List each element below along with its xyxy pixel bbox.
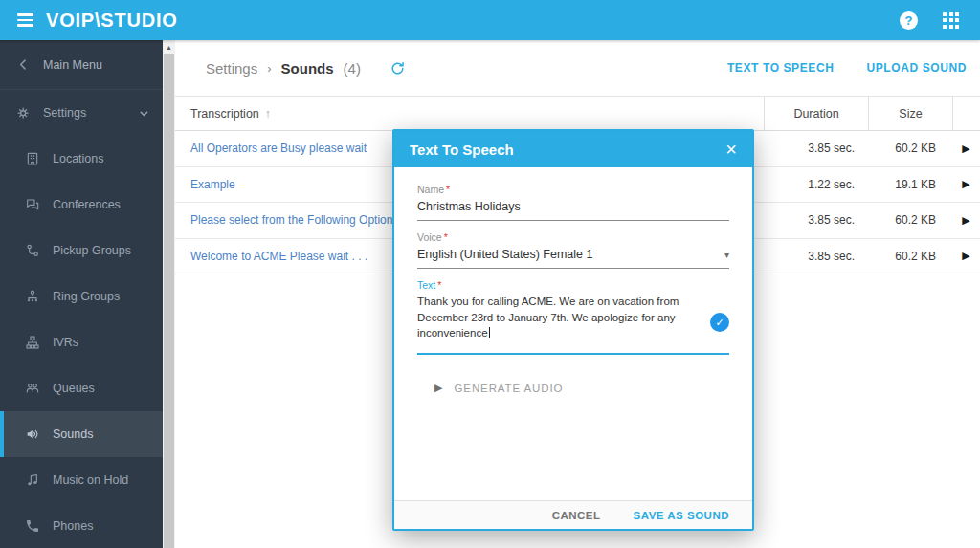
- breadcrumb-sounds: Sounds: [281, 60, 334, 77]
- required-asterisk: *: [437, 279, 441, 291]
- sidebar-item-music-on-hold[interactable]: Music on Hold: [0, 457, 163, 503]
- sidebar-item-conferences[interactable]: Conferences: [0, 182, 163, 228]
- dialog-header: Text To Speech ×: [394, 131, 752, 167]
- sidebar-back-main-menu[interactable]: Main Menu: [0, 40, 163, 90]
- text-field-group: Text* Thank you for calling ACME. We are…: [417, 279, 729, 355]
- name-input[interactable]: Christmas Holidays: [417, 200, 729, 221]
- column-header-transcription[interactable]: Transcription↑: [175, 107, 764, 121]
- duration-cell: 3.85 sec.: [764, 250, 868, 263]
- queues-people-icon: [23, 380, 42, 397]
- sidebar-item-label: Music on Hold: [53, 473, 128, 487]
- text-to-speech-dialog: Text To Speech × Name* Christmas Holiday…: [392, 129, 754, 531]
- scrollbar-up-arrow[interactable]: ▲: [163, 40, 175, 54]
- sidebar-item-label: Pickup Groups: [53, 244, 131, 257]
- size-cell: 60.2 KB: [868, 250, 952, 263]
- sort-ascending-icon: ↑: [265, 107, 271, 121]
- breadcrumb-separator: ›: [267, 61, 271, 76]
- vertical-scrollbar[interactable]: ▲: [163, 40, 175, 548]
- column-header-duration[interactable]: Duration: [764, 97, 868, 130]
- breadcrumb: Settings › Sounds (4): [206, 60, 406, 77]
- sidebar-item-label: Locations: [53, 152, 104, 165]
- dropdown-arrow-icon: ▾: [724, 250, 729, 260]
- ring-groups-icon: [23, 288, 42, 305]
- voice-field-group: Voice* English (United States) Female 1 …: [417, 231, 729, 269]
- chevron-left-icon: [13, 56, 33, 74]
- text-input[interactable]: Thank you for calling ACME. We are on va…: [417, 294, 729, 341]
- sidebar-item-label: Ring Groups: [53, 290, 120, 303]
- sidebar-item-label: Phones: [53, 519, 93, 533]
- play-icon: ▶: [434, 382, 442, 394]
- topbar-actions: ?: [900, 11, 980, 30]
- apps-grid-icon[interactable]: [943, 12, 959, 29]
- sidebar-item-locations[interactable]: Locations: [0, 136, 163, 182]
- size-cell: 60.2 KB: [868, 142, 952, 155]
- duration-cell: 1.22 sec.: [764, 178, 868, 191]
- breadcrumb-bar: Settings › Sounds (4) TEXT TO SPEECH UPL…: [175, 40, 980, 97]
- breadcrumb-settings[interactable]: Settings: [206, 60, 257, 77]
- dialog-body: Name* Christmas Holidays Voice* English …: [394, 167, 752, 500]
- table-header: Transcription↑ Duration Size: [175, 97, 980, 131]
- column-header-size[interactable]: Size: [868, 97, 952, 130]
- size-cell: 19.1 KB: [868, 178, 952, 191]
- text-cursor: [489, 327, 490, 338]
- required-asterisk: *: [446, 184, 450, 195]
- sidebar-item-label: Queues: [53, 382, 95, 395]
- sidebar-item-queues[interactable]: Queues: [0, 365, 163, 411]
- sidebar-item-phones[interactable]: Phones: [0, 503, 163, 548]
- name-field-label: Name: [417, 184, 444, 195]
- dialog-title: Text To Speech: [410, 142, 514, 158]
- duration-cell: 3.85 sec.: [764, 142, 868, 155]
- scrollbar-thumb[interactable]: [164, 54, 174, 548]
- voice-select[interactable]: English (United States) Female 1 ▾: [417, 248, 729, 269]
- chat-bubbles-icon: [23, 196, 42, 213]
- generate-audio-label: GENERATE AUDIO: [454, 383, 563, 394]
- page-actions: TEXT TO SPEECH UPLOAD SOUND: [727, 61, 972, 75]
- sound-link[interactable]: All Operators are Busy please wait: [190, 142, 367, 155]
- breadcrumb-count: (4): [344, 60, 361, 77]
- play-icon[interactable]: ▶: [960, 212, 971, 229]
- refresh-icon[interactable]: [390, 60, 406, 77]
- sound-link[interactable]: Example: [190, 178, 235, 191]
- sidebar-item-pickup-groups[interactable]: Pickup Groups: [0, 228, 163, 274]
- app-logo: VOIP\STUDIO: [46, 10, 178, 32]
- sidebar-item-ivrs[interactable]: IVRs: [0, 319, 163, 365]
- upload-sound-button[interactable]: UPLOAD SOUND: [866, 61, 967, 75]
- pickup-link-icon: [23, 242, 42, 259]
- generate-audio-button[interactable]: ▶ GENERATE AUDIO: [434, 382, 563, 394]
- sidebar-back-label: Main Menu: [43, 58, 102, 72]
- duration-cell: 3.85 sec.: [764, 213, 868, 227]
- close-icon[interactable]: ×: [722, 138, 741, 161]
- text-field-underline: [417, 353, 729, 355]
- play-icon[interactable]: ▶: [960, 141, 971, 157]
- play-icon[interactable]: ▶: [960, 176, 971, 192]
- chevron-down-icon: [138, 107, 150, 120]
- text-to-speech-button[interactable]: TEXT TO SPEECH: [727, 61, 835, 75]
- valid-check-icon: ✓: [710, 313, 729, 332]
- sound-link[interactable]: Please select from the Following Options: [190, 213, 398, 227]
- speaker-icon: [23, 426, 42, 443]
- cancel-button[interactable]: CANCEL: [552, 510, 601, 521]
- building-icon: [23, 150, 42, 167]
- phone-icon: [23, 517, 42, 535]
- sidebar-item-label: IVRs: [53, 336, 78, 349]
- sidebar-item-ring-groups[interactable]: Ring Groups: [0, 274, 163, 319]
- text-field-label: Text: [417, 279, 435, 291]
- top-bar: VOIP\STUDIO ?: [0, 0, 980, 40]
- play-icon[interactable]: ▶: [960, 248, 971, 264]
- column-header-play: [952, 97, 980, 130]
- dialog-footer: CANCEL SAVE AS SOUND: [394, 500, 752, 529]
- voice-field-label: Voice: [417, 231, 442, 243]
- size-cell: 60.2 KB: [868, 213, 952, 227]
- help-icon[interactable]: ?: [900, 11, 918, 30]
- hamburger-menu-icon[interactable]: [6, 13, 44, 26]
- sidebar: Main Menu Settings Locations Conferences: [0, 40, 163, 548]
- sidebar-item-label: Sounds: [53, 427, 93, 441]
- sidebar-item-label: Settings: [43, 106, 86, 120]
- gear-icon: [13, 104, 33, 121]
- sound-link[interactable]: Welcome to ACME Please wait . . .: [190, 250, 368, 263]
- sidebar-item-sounds[interactable]: Sounds: [0, 411, 163, 457]
- sidebar-item-label: Conferences: [53, 198, 121, 211]
- save-as-sound-button[interactable]: SAVE AS SOUND: [634, 510, 729, 521]
- sidebar-item-settings[interactable]: Settings: [0, 90, 163, 136]
- ivr-sitemap-icon: [23, 334, 42, 351]
